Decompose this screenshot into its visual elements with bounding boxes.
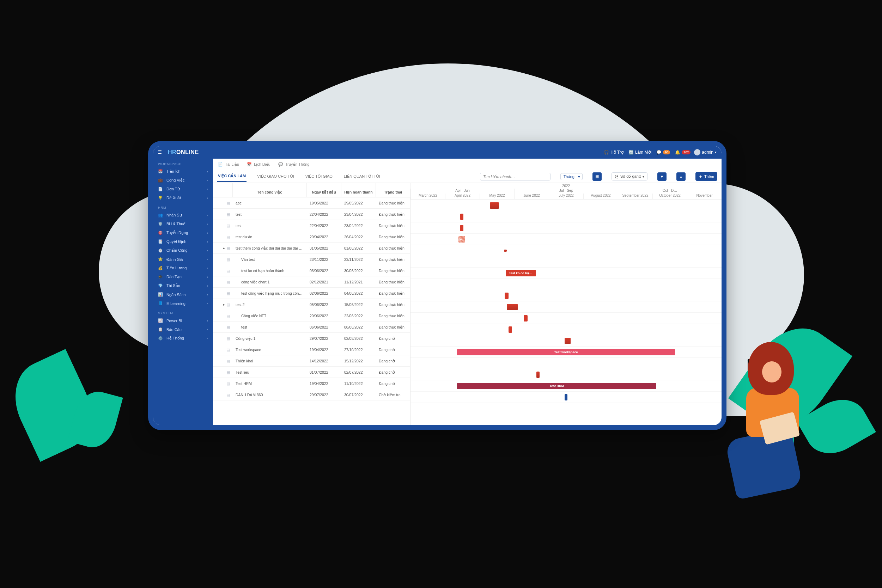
table-row[interactable]: ▤ Test workspace 19/04/2022 27/10/2022 Đ… [213,344,410,356]
sidebar-item-label: BH & Thuế [167,222,186,226]
sidebar-item[interactable]: 💎Tài Sản› [153,281,213,290]
sidebar-section-title: HRM [153,202,213,211]
document-icon: ▤ [226,257,230,262]
gantt-bar[interactable] [490,202,499,209]
col-start[interactable]: Ngày bắt đầu [307,183,341,197]
gantt-bar[interactable] [524,315,527,321]
timeline-month: September 2022 [618,194,652,199]
notification-chat-icon[interactable]: 💬98 [656,150,670,155]
support-link[interactable]: 🎧 Hỗ Trợ [604,150,624,155]
table-row[interactable]: ▤ Thiển khai 14/12/2022 15/12/2022 Đang … [213,356,410,367]
tab[interactable]: LIÊN QUAN TỚI TÔI [343,171,381,182]
add-button[interactable]: ＋Thêm [696,172,717,181]
tab[interactable]: VIỆC CẦN LÀM [217,171,246,182]
tab[interactable]: VIỆC TÔI GIAO [305,171,333,182]
table-row[interactable]: ▤ Test HRM 19/04/2022 11/10/2022 Đang ch… [213,378,410,389]
table-row[interactable]: ▸▤ test 2 05/06/2022 15/06/2022 Đang thự… [213,299,410,310]
sidebar-section-title: SYSTEM [153,308,213,316]
table-row[interactable]: ▸▤ test thêm công việc dài dài dài dài d… [213,243,410,254]
timeline-month: November [687,194,721,199]
gantt-row [410,358,721,369]
table-row[interactable]: ▤ Văn test 23/11/2022 23/11/2022 Đang th… [213,254,410,265]
grid-view-icon[interactable]: ▦ [592,172,602,181]
gantt-bar[interactable] [565,394,568,400]
sidebar-item-icon: 💡 [158,196,163,200]
table-row[interactable]: ▤ test 22/04/2022 23/04/2022 Đang thực h… [213,209,410,220]
tab[interactable]: VIỆC GIAO CHO TÔI [256,171,295,182]
notification-bell-icon[interactable]: 🔔902 [675,150,691,155]
col-status[interactable]: Trạng thái [376,183,410,197]
sidebar-item-icon: 📄 [158,187,163,191]
table-row[interactable]: ▤ Công việc NFT 20/06/2022 22/06/2022 Đa… [213,310,410,321]
sidebar-item[interactable]: 📄Đơn Từ› [153,185,213,194]
table-row[interactable]: ▤ công việc chart 1 02/12/2021 11/12/202… [213,276,410,288]
list-settings-icon[interactable]: ≡ [676,172,685,181]
refresh-link[interactable]: 🔄 Làm Mới [628,150,651,155]
col-name[interactable]: Tên công việc [233,183,307,197]
gantt-bar[interactable] [504,250,507,252]
gantt-bar[interactable]: te… [458,236,465,243]
timeline-month: June 2022 [514,194,549,199]
document-icon: ▤ [226,212,230,216]
sidebar-item[interactable]: ⭐Đánh Giá› [153,255,213,264]
sidebar-item[interactable]: 🎯Tuyển Dụng› [153,228,213,237]
sidebar-item[interactable]: 📑Quyết Định› [153,237,213,246]
gantt-bar[interactable]: Test workspace [457,349,675,356]
gantt-dropdown[interactable]: ⛓Sơ đồ gantt▾ [612,172,648,180]
task-status: Đang chờ [376,359,410,363]
sidebar-item[interactable]: 📋Báo Cáo› [153,325,213,334]
expand-icon[interactable]: ▸ [223,246,225,250]
sidebar-item[interactable]: ⚙️Hệ Thống› [153,334,213,343]
gantt-bar[interactable]: Test HRM [457,383,656,389]
table-row[interactable]: ▤ abc 19/05/2022 29/05/2022 Đang thực hi… [213,197,410,209]
filter-icon[interactable]: ▼ [657,172,667,181]
gantt-bar[interactable] [507,304,518,310]
sidebar-item[interactable]: 🎓Đào Tạo› [153,273,213,281]
subnav-item[interactable]: 📄Tài Liệu [218,162,239,167]
gantt-bar[interactable] [536,372,539,378]
subnav-item[interactable]: 📅Lịch Biểu [247,162,270,167]
gantt-row [410,313,721,324]
expand-icon[interactable]: ▸ [223,303,225,306]
hamburger-icon[interactable]: ☰ [158,150,164,155]
sidebar-item[interactable]: 📅Tiện Ích› [153,167,213,176]
secondary-nav: 📄Tài Liệu📅Lịch Biểu💬Truyền Thông [213,159,721,170]
sidebar-item[interactable]: 📈Power BI› [153,316,213,325]
task-start: 01/07/2022 [307,370,341,374]
task-end: 02/07/2022 [341,370,376,374]
sidebar-item-label: Báo Cáo [167,327,182,332]
sidebar-item[interactable]: 💼Công Việc› [153,176,213,185]
table-row[interactable]: ▤ test 22/04/2022 23/04/2022 Đang thực h… [213,220,410,231]
table-row[interactable]: ▤ test ko có hạn hoàn thành 03/06/2022 3… [213,265,410,276]
gantt-bar[interactable]: test ko có hạ… [506,270,536,276]
sidebar-item[interactable]: 💰Tiền Lương› [153,264,213,273]
avatar[interactable] [694,149,700,156]
document-icon: ▤ [226,314,230,318]
table-row[interactable]: ▤ test công việc hạng mục trong công việ… [213,288,410,299]
table-row[interactable]: ▤ Công việc 1 29/07/2022 02/08/2022 Đang… [213,333,410,344]
subnav-item[interactable]: 💬Truyền Thông [278,162,310,167]
table-row[interactable]: ▤ test 06/06/2022 08/06/2022 Đang thực h… [213,321,410,333]
gantt-bar[interactable] [509,326,512,333]
table-row[interactable]: ▤ Test lieu 01/07/2022 02/07/2022 Đang c… [213,367,410,378]
gantt-bar[interactable] [460,225,463,231]
gantt-bar[interactable] [460,214,463,220]
chevron-right-icon: › [207,293,208,297]
period-select[interactable]: Tháng [560,173,583,180]
sidebar-item[interactable]: 💡Đề Xuất› [153,194,213,202]
gantt-chart[interactable]: 2022 Apr - JunJul - SepOct - D… March 20… [410,183,721,425]
sidebar-item[interactable]: 👥Nhân Sự› [153,211,213,220]
sidebar-item[interactable]: 📊Ngân Sách› [153,290,213,299]
sidebar-item-icon: 🛡️ [158,222,163,226]
sidebar-item[interactable]: 🛡️BH & Thuế› [153,220,213,228]
table-row[interactable]: ▤ test dự án 20/04/2022 26/04/2022 Đang … [213,231,410,243]
task-name: công việc chart 1 [233,280,307,284]
sidebar-item[interactable]: 📘E-Learning› [153,299,213,308]
table-row[interactable]: ▤ ĐÁNH DẤM 360 29/07/2022 30/07/2022 Chờ… [213,389,410,400]
user-name[interactable]: admin [702,150,714,155]
col-end[interactable]: Hạn hoàn thành [341,183,376,197]
search-input[interactable] [480,173,550,180]
gantt-bar[interactable] [505,292,509,299]
sidebar-item[interactable]: ⏱️Chấm Công› [153,246,213,255]
gantt-bar[interactable] [565,338,571,344]
